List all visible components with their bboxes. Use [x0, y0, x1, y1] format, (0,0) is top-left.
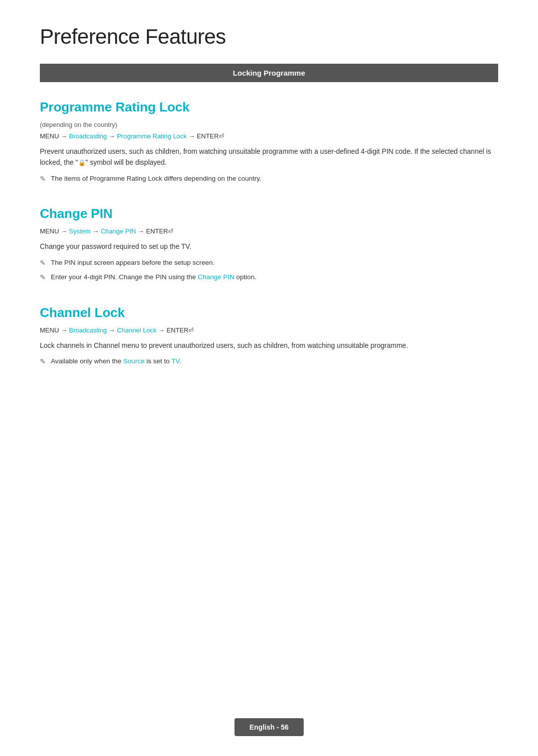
breadcrumb-arrow2-2: → — [93, 227, 101, 235]
section-header-bar: Locking Programme — [40, 64, 498, 82]
breadcrumb-arrow2: → — [109, 132, 117, 140]
change-pin-breadcrumb: MENU → System → Change PIN → ENTER⏎ — [40, 227, 498, 235]
channel-lock-note1-suffix: . — [179, 357, 181, 365]
breadcrumb-menu-2: MENU — [40, 227, 59, 235]
breadcrumb-arrow2-3: → — [109, 326, 117, 334]
programme-rating-lock-breadcrumb: MENU → Broadcasting → Programme Rating L… — [40, 132, 498, 140]
channel-lock-note1-middle: is set to — [144, 357, 171, 365]
breadcrumb-arrow3-2: → — [138, 227, 146, 235]
change-pin-note2: Enter your 4-digit PIN. Change the PIN u… — [40, 272, 498, 283]
channel-lock-note1-prefix: Available only when the — [51, 357, 123, 365]
breadcrumb-broadcasting[interactable]: Broadcasting — [69, 132, 107, 140]
breadcrumb-arrow1-2: → — [61, 227, 69, 235]
breadcrumb-arrow1: → — [61, 132, 69, 140]
channel-lock-title: Channel Lock — [40, 305, 498, 321]
breadcrumb-menu: MENU — [40, 132, 59, 140]
channel-lock-note1-source[interactable]: Source — [123, 357, 144, 365]
change-pin-note1: The PIN input screen appears before the … — [40, 257, 498, 268]
channel-lock-breadcrumb: MENU → Broadcasting → Channel Lock → ENT… — [40, 326, 498, 334]
page-container: Preference Features Locking Programme Pr… — [0, 0, 538, 439]
change-pin-body: Change your password required to set up … — [40, 241, 498, 252]
breadcrumb-change-pin[interactable]: Change PIN — [101, 227, 136, 235]
page-title: Preference Features — [40, 25, 498, 49]
programme-rating-lock-body: Prevent unauthorized users, such as chil… — [40, 146, 498, 168]
breadcrumb-system[interactable]: System — [69, 227, 91, 235]
breadcrumb-broadcasting-3[interactable]: Broadcasting — [69, 326, 107, 334]
section-header-label: Locking Programme — [233, 69, 305, 77]
change-pin-note2-link[interactable]: Change PIN — [198, 273, 235, 281]
breadcrumb-menu-3: MENU — [40, 326, 59, 334]
breadcrumb-programme-rating-lock[interactable]: Programme Rating Lock — [117, 132, 187, 140]
change-pin-note2-prefix: Enter your 4-digit PIN. Change the PIN u… — [51, 273, 198, 281]
breadcrumb-enter-2: ENTER⏎ — [146, 227, 173, 235]
breadcrumb-arrow3: → — [188, 132, 197, 140]
channel-lock-body: Lock channels in Channel menu to prevent… — [40, 340, 498, 351]
section-change-pin: Change PIN MENU → System → Change PIN → … — [40, 206, 498, 283]
programme-rating-lock-note1: The items of Programme Rating Lock diffe… — [40, 173, 498, 184]
breadcrumb-arrow3-3: → — [158, 326, 167, 334]
channel-lock-note1-tv[interactable]: TV — [171, 357, 179, 365]
page-footer: English - 56 — [235, 718, 304, 736]
programme-rating-lock-title: Programme Rating Lock — [40, 100, 498, 115]
breadcrumb-arrow1-3: → — [61, 326, 69, 334]
breadcrumb-enter: ENTER⏎ — [197, 132, 224, 140]
section-programme-rating-lock: Programme Rating Lock (depending on the … — [40, 100, 498, 184]
breadcrumb-channel-lock[interactable]: Channel Lock — [117, 326, 157, 334]
change-pin-note2-suffix: option. — [234, 273, 256, 281]
channel-lock-note1: Available only when the Source is set to… — [40, 356, 498, 367]
change-pin-title: Change PIN — [40, 206, 498, 221]
breadcrumb-enter-3: ENTER⏎ — [166, 326, 194, 334]
section-channel-lock: Channel Lock MENU → Broadcasting → Chann… — [40, 305, 498, 367]
programme-rating-lock-sublabel: (depending on the country) — [40, 121, 498, 128]
